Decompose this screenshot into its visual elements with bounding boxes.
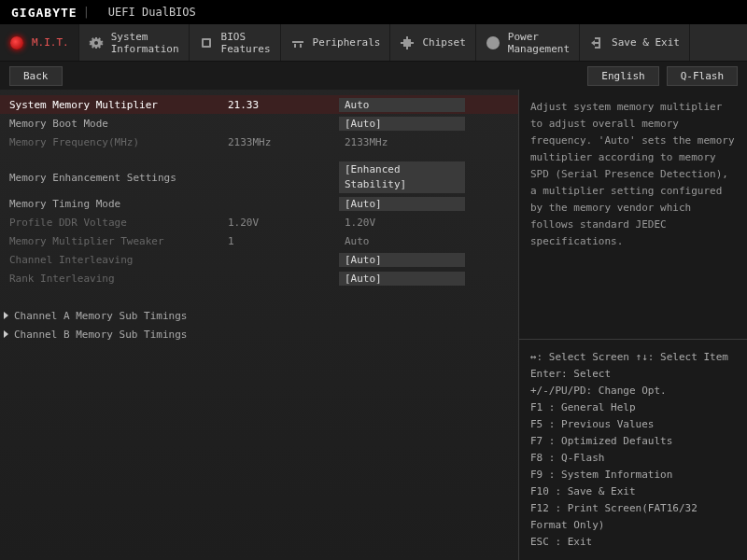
chip-icon <box>199 35 214 50</box>
language-button[interactable]: English <box>587 66 658 86</box>
row-ddr-voltage: Profile DDR Voltage 1.20V 1.20V <box>0 213 518 231</box>
submenu-channel-a[interactable]: Channel A Memory Sub Timings <box>0 306 518 325</box>
triangle-icon <box>4 312 8 319</box>
power-icon <box>486 35 500 50</box>
triangle-icon <box>4 330 8 338</box>
input-timing-mode[interactable]: [Auto] <box>339 197 465 211</box>
row-multiplier-tweaker: Memory Multiplier Tweaker 1 Auto <box>0 231 518 250</box>
row-channel-interleaving[interactable]: Channel Interleaving [Auto] <box>0 250 518 269</box>
settings-panel: System Memory Multiplier 21.33 Auto Memo… <box>0 90 518 560</box>
tab-mit[interactable]: M.I.T. <box>0 24 79 61</box>
exit-icon <box>589 35 604 50</box>
submenu-channel-b[interactable]: Channel B Memory Sub Timings <box>0 325 518 343</box>
gear-icon <box>89 35 104 50</box>
peripherals-icon <box>290 35 305 50</box>
input-enhancement[interactable]: [Enhanced Stability] <box>339 161 465 193</box>
tab-save-exit[interactable]: Save & Exit <box>580 24 690 61</box>
row-rank-interleaving[interactable]: Rank Interleaving [Auto] <box>0 269 518 287</box>
input-memory-multiplier[interactable]: Auto <box>339 98 465 112</box>
row-enhancement[interactable]: Memory Enhancement Settings [Enhanced St… <box>0 161 518 194</box>
brand-sub: UEFI DualBIOS <box>108 6 196 19</box>
toolbar: Back English Q-Flash <box>0 62 747 90</box>
row-memory-frequency: Memory Frequency(MHz) 2133MHz 2133MHz <box>0 133 518 151</box>
svg-rect-2 <box>403 39 411 47</box>
mit-dot-icon <box>9 35 24 50</box>
tab-power[interactable]: Power Management <box>476 24 580 61</box>
input-boot-mode[interactable]: [Auto] <box>339 117 465 131</box>
qflash-button[interactable]: Q-Flash <box>667 66 738 86</box>
tab-peripherals[interactable]: Peripherals <box>281 24 391 61</box>
chipset-icon <box>400 35 415 50</box>
row-timing-mode[interactable]: Memory Timing Mode [Auto] <box>0 194 518 213</box>
key-legend: ↔: Select Screen ↑↓: Select Item Enter: … <box>519 339 747 560</box>
input-channel-interleaving[interactable]: [Auto] <box>339 253 465 267</box>
brand-logo: GIGABYTE <box>11 6 78 20</box>
back-button[interactable]: Back <box>9 66 63 86</box>
input-rank-interleaving[interactable]: [Auto] <box>339 272 465 286</box>
title-bar: GIGABYTE | UEFI DualBIOS <box>0 0 747 24</box>
tab-bios-features[interactable]: BIOS Features <box>190 24 281 61</box>
tab-system-info[interactable]: System Information <box>79 24 190 61</box>
tab-chipset[interactable]: Chipset <box>390 24 475 61</box>
svg-rect-1 <box>204 40 209 46</box>
main-tabs: M.I.T. System Information BIOS Features … <box>0 24 747 62</box>
row-memory-multiplier[interactable]: System Memory Multiplier 21.33 Auto <box>0 95 518 114</box>
row-boot-mode[interactable]: Memory Boot Mode [Auto] <box>0 114 518 133</box>
help-text: Adjust system memory multiplier to adjus… <box>519 90 747 339</box>
